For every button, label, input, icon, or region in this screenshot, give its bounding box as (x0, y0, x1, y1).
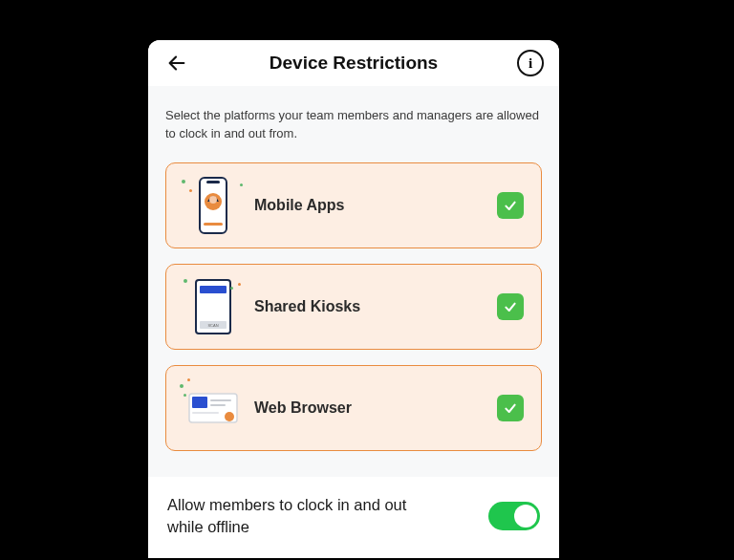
svg-rect-7 (200, 286, 227, 293)
svg-rect-2 (206, 181, 220, 183)
option-label: Shared Kiosks (254, 298, 497, 315)
mobile-apps-illustration (180, 176, 247, 235)
option-label: Web Browser (254, 399, 497, 417)
content-area: Select the platforms your team members a… (148, 86, 559, 477)
svg-point-15 (225, 412, 234, 421)
offline-setting-row: Allow members to clock in and out while … (148, 477, 559, 558)
svg-text:SCAN: SCAN (207, 323, 218, 328)
check-icon (503, 299, 518, 314)
svg-point-4 (209, 196, 217, 204)
header-bar: Device Restrictions i (148, 40, 559, 86)
check-icon (503, 400, 518, 416)
option-shared-kiosks[interactable]: SCAN Shared Kiosks (165, 264, 542, 350)
svg-rect-12 (210, 399, 231, 401)
svg-rect-11 (192, 397, 207, 408)
arrow-left-icon (166, 53, 187, 74)
device-restrictions-screen: Device Restrictions i Select the platfor… (148, 40, 559, 558)
back-button[interactable] (163, 50, 190, 76)
option-checkbox[interactable] (497, 395, 524, 421)
offline-toggle[interactable] (488, 502, 540, 530)
offline-setting-label: Allow members to clock in and out while … (167, 494, 444, 537)
description-text: Select the platforms your team members a… (165, 107, 542, 143)
svg-rect-13 (210, 404, 226, 406)
web-browser-illustration (180, 378, 247, 438)
option-label: Mobile Apps (254, 197, 497, 214)
info-button[interactable]: i (517, 50, 544, 76)
toggle-knob (514, 505, 537, 528)
shared-kiosks-illustration: SCAN (180, 277, 247, 336)
option-web-browser[interactable]: Web Browser (165, 365, 542, 451)
svg-rect-14 (192, 412, 219, 414)
option-checkbox[interactable] (497, 192, 524, 219)
check-icon (503, 198, 518, 213)
svg-rect-5 (204, 223, 223, 226)
option-checkbox[interactable] (497, 293, 524, 320)
page-title: Device Restrictions (270, 53, 438, 74)
info-icon: i (529, 55, 532, 72)
option-mobile-apps[interactable]: Mobile Apps (165, 162, 542, 248)
